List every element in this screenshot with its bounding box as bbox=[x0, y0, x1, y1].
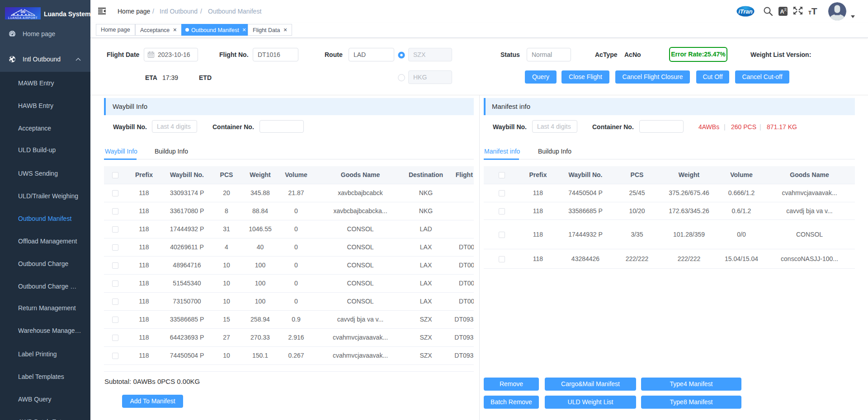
svg-text:LUANDA AIRPORT: LUANDA AIRPORT bbox=[8, 16, 38, 19]
svg-text:文: 文 bbox=[784, 8, 788, 12]
svg-text:05: 05 bbox=[20, 9, 25, 14]
svg-text:iTran: iTran bbox=[738, 8, 753, 15]
